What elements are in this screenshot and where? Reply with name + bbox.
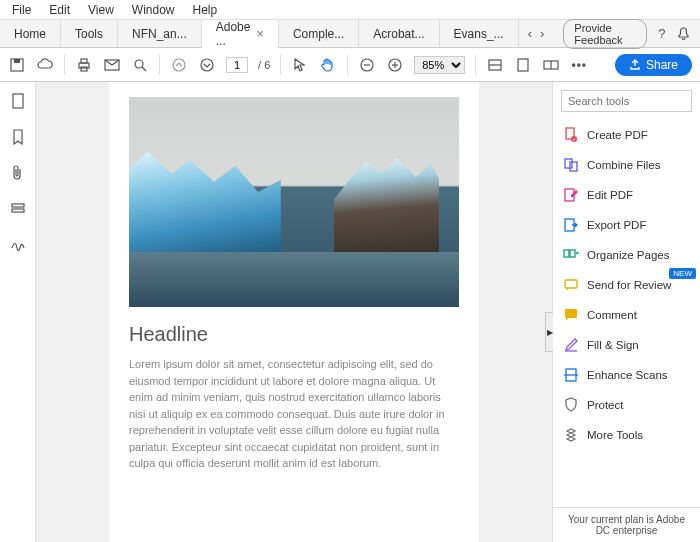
svg-rect-20 xyxy=(13,94,23,108)
svg-rect-33 xyxy=(565,309,577,318)
page-total: / 6 xyxy=(258,59,270,71)
page-down-icon[interactable] xyxy=(198,56,216,74)
tool-label: Create PDF xyxy=(587,129,648,141)
read-mode-icon[interactable] xyxy=(542,56,560,74)
zoom-out-icon[interactable] xyxy=(358,56,376,74)
find-icon[interactable] xyxy=(131,56,149,74)
svg-rect-30 xyxy=(564,250,569,257)
menu-help[interactable]: Help xyxy=(185,1,226,19)
menu-edit[interactable]: Edit xyxy=(41,1,78,19)
tab-tools[interactable]: Tools xyxy=(61,20,118,47)
tab-home[interactable]: Home xyxy=(0,20,61,47)
organize-icon xyxy=(563,247,579,263)
tool-combine-files[interactable]: Combine Files xyxy=(553,150,700,180)
svg-point-6 xyxy=(135,60,143,68)
tool-export-pdf[interactable]: Export PDF xyxy=(553,210,700,240)
tool-protect[interactable]: Protect xyxy=(553,390,700,420)
toolbar: / 6 85% ••• Share xyxy=(0,48,700,82)
document-page: Headline Lorem ipsum dolor sit amet, con… xyxy=(109,82,479,542)
tab-nfn_an[interactable]: NFN_an... xyxy=(118,20,202,47)
attachments-icon[interactable] xyxy=(9,164,27,182)
hand-tool-icon[interactable] xyxy=(319,56,337,74)
left-rail xyxy=(0,82,36,542)
tool-label: More Tools xyxy=(587,429,643,441)
svg-line-7 xyxy=(142,67,146,71)
zoom-select[interactable]: 85% xyxy=(414,56,465,74)
tool-enhance-scans[interactable]: Enhance Scans xyxy=(553,360,700,390)
svg-rect-31 xyxy=(570,250,575,257)
tool-organize-pages[interactable]: Organize Pages xyxy=(553,240,700,270)
tool-more-tools[interactable]: More Tools xyxy=(553,420,700,450)
tab-label: Home xyxy=(14,27,46,41)
create-icon: + xyxy=(563,127,579,143)
tool-create-pdf[interactable]: +Create PDF xyxy=(553,120,700,150)
page-number-input[interactable] xyxy=(226,57,248,73)
notifications-icon[interactable] xyxy=(677,26,690,41)
page-up-icon[interactable] xyxy=(170,56,188,74)
provide-feedback-button[interactable]: Provide Feedback xyxy=(563,19,646,49)
fit-page-icon[interactable] xyxy=(514,56,532,74)
save-icon[interactable] xyxy=(8,56,26,74)
tool-label: Export PDF xyxy=(587,219,646,231)
fit-width-icon[interactable] xyxy=(486,56,504,74)
tab-comple[interactable]: Comple... xyxy=(279,20,359,47)
tab-prev-icon[interactable]: ‹ xyxy=(525,26,535,41)
search-tools-input[interactable] xyxy=(561,90,692,112)
zoom-in-icon[interactable] xyxy=(386,56,404,74)
separator xyxy=(347,55,348,75)
combine-icon xyxy=(563,157,579,173)
comment-icon xyxy=(563,307,579,323)
svg-rect-22 xyxy=(12,209,24,212)
svg-rect-3 xyxy=(81,59,87,63)
edit-icon xyxy=(563,187,579,203)
tool-label: Comment xyxy=(587,309,637,321)
svg-rect-32 xyxy=(565,280,577,288)
main-area: Headline Lorem ipsum dolor sit amet, con… xyxy=(0,82,700,542)
svg-point-8 xyxy=(173,59,185,71)
share-button[interactable]: Share xyxy=(615,54,692,76)
tool-edit-pdf[interactable]: Edit PDF xyxy=(553,180,700,210)
menu-bar: FileEditViewWindowHelp xyxy=(0,0,700,20)
scan-icon xyxy=(563,367,579,383)
document-headline: Headline xyxy=(129,323,459,346)
tab-label: Comple... xyxy=(293,27,344,41)
svg-point-9 xyxy=(201,59,213,71)
print-icon[interactable] xyxy=(75,56,93,74)
layers-icon[interactable] xyxy=(9,200,27,218)
tool-label: Send for Review xyxy=(587,279,671,291)
svg-rect-21 xyxy=(12,204,24,207)
more-icon[interactable]: ••• xyxy=(570,56,588,74)
tab-label: Acrobat... xyxy=(373,27,424,41)
svg-rect-1 xyxy=(14,59,20,63)
cloud-icon[interactable] xyxy=(36,56,54,74)
close-tab-icon[interactable]: × xyxy=(257,27,264,41)
tab-evans_[interactable]: Evans_... xyxy=(440,20,519,47)
tab-adobe[interactable]: Adobe ...× xyxy=(202,20,279,48)
signatures-icon[interactable] xyxy=(9,236,27,254)
help-icon[interactable]: ? xyxy=(657,26,667,41)
tab-acrobat[interactable]: Acrobat... xyxy=(359,20,439,47)
select-tool-icon[interactable] xyxy=(291,56,309,74)
svg-rect-17 xyxy=(518,59,528,71)
collapse-panel-icon[interactable]: ▶ xyxy=(545,312,553,352)
tool-label: Fill & Sign xyxy=(587,339,639,351)
bookmarks-icon[interactable] xyxy=(9,128,27,146)
menu-window[interactable]: Window xyxy=(124,1,183,19)
svg-rect-4 xyxy=(81,67,87,71)
tab-bar: HomeToolsNFN_an...Adobe ...×Comple...Acr… xyxy=(0,20,700,48)
export-icon xyxy=(563,217,579,233)
tab-next-icon[interactable]: › xyxy=(537,26,547,41)
document-area[interactable]: Headline Lorem ipsum dolor sit amet, con… xyxy=(36,82,552,542)
tool-send-for-review[interactable]: Send for ReviewNEW xyxy=(553,270,700,300)
tool-label: Protect xyxy=(587,399,623,411)
menu-file[interactable]: File xyxy=(4,1,39,19)
menu-view[interactable]: View xyxy=(80,1,122,19)
tool-fill-sign[interactable]: Fill & Sign xyxy=(553,330,700,360)
separator xyxy=(280,55,281,75)
tool-comment[interactable]: Comment xyxy=(553,300,700,330)
new-badge: NEW xyxy=(669,268,696,279)
document-image xyxy=(129,97,459,307)
mail-icon[interactable] xyxy=(103,56,121,74)
thumbnails-icon[interactable] xyxy=(9,92,27,110)
sign-icon xyxy=(563,337,579,353)
